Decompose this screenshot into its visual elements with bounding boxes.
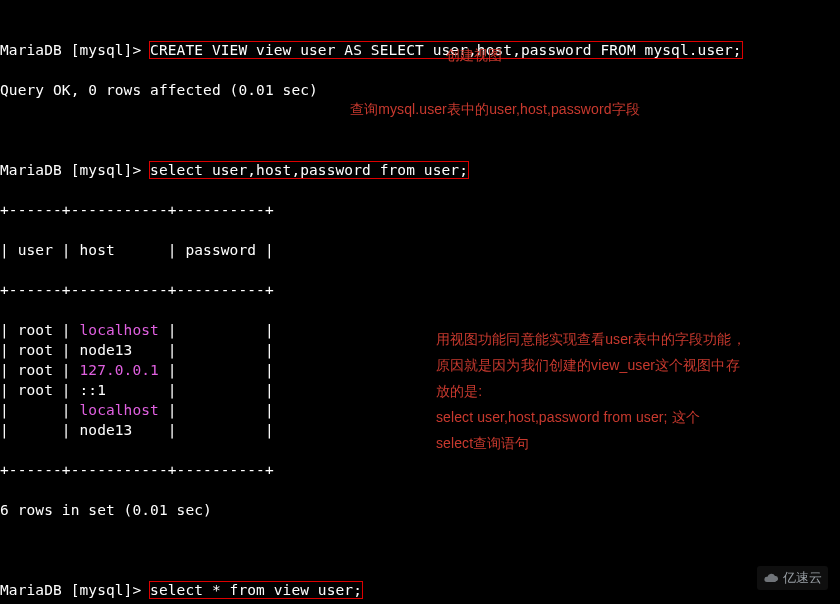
prompt[interactable]: MariaDB [mysql]>	[0, 582, 150, 598]
annotation-query-fields: 查询mysql.user表中的user,host,password字段	[350, 96, 640, 122]
prompt[interactable]: MariaDB [mysql]>	[0, 42, 150, 58]
sql-select-user: select user,host,password from user;	[150, 162, 468, 178]
annotation-explanation: 用视图功能同意能实现查看user表中的字段功能， 原因就是因为我们创建的view…	[436, 326, 796, 456]
rows-in-set: 6 rows in set (0.01 sec)	[0, 500, 840, 520]
annotation-create-view: 创建视图	[446, 42, 502, 68]
table-sep: +------+-----------+----------+	[0, 200, 840, 220]
table-header: | user | host | password |	[0, 240, 840, 260]
watermark: 亿速云	[757, 566, 828, 590]
table-sep: +------+-----------+----------+	[0, 280, 840, 300]
terminal-output: MariaDB [mysql]> CREATE VIEW view_user A…	[0, 0, 840, 604]
prompt[interactable]: MariaDB [mysql]>	[0, 162, 150, 178]
sql-select-view: select * from view_user;	[150, 582, 362, 598]
table-sep: +------+-----------+----------+	[0, 460, 840, 480]
cloud-icon	[763, 570, 779, 586]
